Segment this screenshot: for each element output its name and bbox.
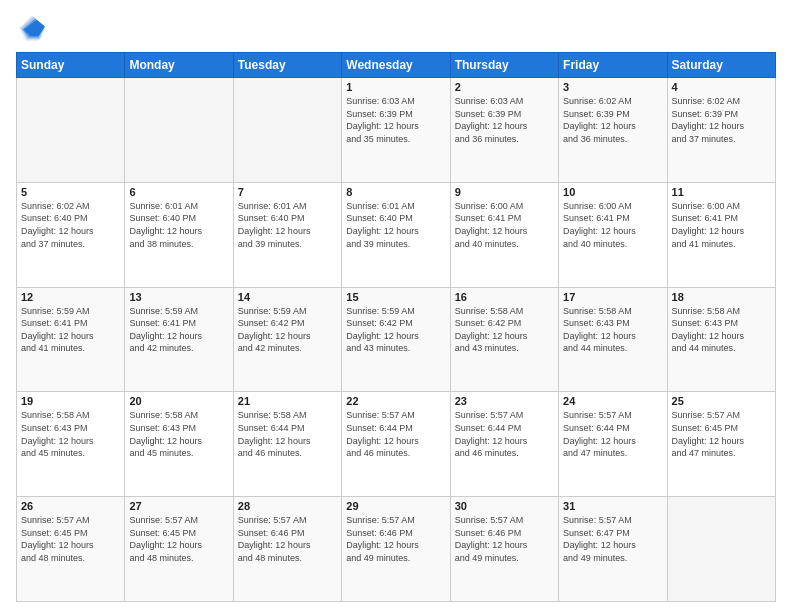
- calendar-cell: 10Sunrise: 6:00 AM Sunset: 6:41 PM Dayli…: [559, 182, 667, 287]
- day-info: Sunrise: 5:58 AM Sunset: 6:42 PM Dayligh…: [455, 305, 554, 355]
- day-number: 26: [21, 500, 120, 512]
- calendar-week-row: 5Sunrise: 6:02 AM Sunset: 6:40 PM Daylig…: [17, 182, 776, 287]
- calendar-cell: 29Sunrise: 5:57 AM Sunset: 6:46 PM Dayli…: [342, 497, 450, 602]
- day-number: 28: [238, 500, 337, 512]
- day-info: Sunrise: 5:58 AM Sunset: 6:44 PM Dayligh…: [238, 409, 337, 459]
- calendar-cell: [125, 78, 233, 183]
- day-info: Sunrise: 5:57 AM Sunset: 6:44 PM Dayligh…: [455, 409, 554, 459]
- day-info: Sunrise: 5:57 AM Sunset: 6:45 PM Dayligh…: [21, 514, 120, 564]
- day-info: Sunrise: 5:59 AM Sunset: 6:41 PM Dayligh…: [21, 305, 120, 355]
- calendar-cell: [233, 78, 341, 183]
- calendar-header-friday: Friday: [559, 53, 667, 78]
- day-info: Sunrise: 5:57 AM Sunset: 6:44 PM Dayligh…: [563, 409, 662, 459]
- day-number: 17: [563, 291, 662, 303]
- day-info: Sunrise: 5:58 AM Sunset: 6:43 PM Dayligh…: [563, 305, 662, 355]
- header: [16, 12, 776, 44]
- calendar-cell: 28Sunrise: 5:57 AM Sunset: 6:46 PM Dayli…: [233, 497, 341, 602]
- day-info: Sunrise: 5:57 AM Sunset: 6:46 PM Dayligh…: [455, 514, 554, 564]
- calendar-header-sunday: Sunday: [17, 53, 125, 78]
- calendar-cell: 6Sunrise: 6:01 AM Sunset: 6:40 PM Daylig…: [125, 182, 233, 287]
- day-info: Sunrise: 5:59 AM Sunset: 6:42 PM Dayligh…: [238, 305, 337, 355]
- day-number: 14: [238, 291, 337, 303]
- calendar-cell: 7Sunrise: 6:01 AM Sunset: 6:40 PM Daylig…: [233, 182, 341, 287]
- calendar-cell: [17, 78, 125, 183]
- day-number: 23: [455, 395, 554, 407]
- day-number: 10: [563, 186, 662, 198]
- logo: [16, 12, 52, 44]
- calendar-cell: 15Sunrise: 5:59 AM Sunset: 6:42 PM Dayli…: [342, 287, 450, 392]
- day-number: 11: [672, 186, 771, 198]
- calendar-cell: 19Sunrise: 5:58 AM Sunset: 6:43 PM Dayli…: [17, 392, 125, 497]
- day-number: 16: [455, 291, 554, 303]
- day-number: 12: [21, 291, 120, 303]
- day-number: 4: [672, 81, 771, 93]
- day-number: 29: [346, 500, 445, 512]
- calendar-header-wednesday: Wednesday: [342, 53, 450, 78]
- calendar-cell: 16Sunrise: 5:58 AM Sunset: 6:42 PM Dayli…: [450, 287, 558, 392]
- calendar-header-row: SundayMondayTuesdayWednesdayThursdayFrid…: [17, 53, 776, 78]
- day-number: 25: [672, 395, 771, 407]
- day-number: 20: [129, 395, 228, 407]
- calendar-header-tuesday: Tuesday: [233, 53, 341, 78]
- calendar-cell: 24Sunrise: 5:57 AM Sunset: 6:44 PM Dayli…: [559, 392, 667, 497]
- day-info: Sunrise: 5:58 AM Sunset: 6:43 PM Dayligh…: [21, 409, 120, 459]
- day-number: 24: [563, 395, 662, 407]
- calendar-header-monday: Monday: [125, 53, 233, 78]
- day-info: Sunrise: 5:59 AM Sunset: 6:42 PM Dayligh…: [346, 305, 445, 355]
- calendar-cell: 12Sunrise: 5:59 AM Sunset: 6:41 PM Dayli…: [17, 287, 125, 392]
- calendar-cell: 4Sunrise: 6:02 AM Sunset: 6:39 PM Daylig…: [667, 78, 775, 183]
- day-number: 6: [129, 186, 228, 198]
- day-info: Sunrise: 5:59 AM Sunset: 6:41 PM Dayligh…: [129, 305, 228, 355]
- calendar-cell: 5Sunrise: 6:02 AM Sunset: 6:40 PM Daylig…: [17, 182, 125, 287]
- day-info: Sunrise: 5:57 AM Sunset: 6:45 PM Dayligh…: [672, 409, 771, 459]
- day-info: Sunrise: 5:58 AM Sunset: 6:43 PM Dayligh…: [129, 409, 228, 459]
- day-number: 13: [129, 291, 228, 303]
- calendar-cell: 17Sunrise: 5:58 AM Sunset: 6:43 PM Dayli…: [559, 287, 667, 392]
- calendar-week-row: 26Sunrise: 5:57 AM Sunset: 6:45 PM Dayli…: [17, 497, 776, 602]
- day-number: 15: [346, 291, 445, 303]
- day-info: Sunrise: 5:57 AM Sunset: 6:45 PM Dayligh…: [129, 514, 228, 564]
- calendar-cell: 2Sunrise: 6:03 AM Sunset: 6:39 PM Daylig…: [450, 78, 558, 183]
- calendar-week-row: 19Sunrise: 5:58 AM Sunset: 6:43 PM Dayli…: [17, 392, 776, 497]
- calendar-cell: 25Sunrise: 5:57 AM Sunset: 6:45 PM Dayli…: [667, 392, 775, 497]
- calendar-cell: 31Sunrise: 5:57 AM Sunset: 6:47 PM Dayli…: [559, 497, 667, 602]
- calendar-cell: 13Sunrise: 5:59 AM Sunset: 6:41 PM Dayli…: [125, 287, 233, 392]
- calendar-cell: 1Sunrise: 6:03 AM Sunset: 6:39 PM Daylig…: [342, 78, 450, 183]
- day-number: 1: [346, 81, 445, 93]
- day-info: Sunrise: 6:03 AM Sunset: 6:39 PM Dayligh…: [346, 95, 445, 145]
- calendar-cell: 23Sunrise: 5:57 AM Sunset: 6:44 PM Dayli…: [450, 392, 558, 497]
- day-number: 31: [563, 500, 662, 512]
- day-number: 21: [238, 395, 337, 407]
- page: SundayMondayTuesdayWednesdayThursdayFrid…: [0, 0, 792, 612]
- day-info: Sunrise: 6:02 AM Sunset: 6:40 PM Dayligh…: [21, 200, 120, 250]
- calendar-cell: 3Sunrise: 6:02 AM Sunset: 6:39 PM Daylig…: [559, 78, 667, 183]
- day-number: 27: [129, 500, 228, 512]
- calendar-cell: 20Sunrise: 5:58 AM Sunset: 6:43 PM Dayli…: [125, 392, 233, 497]
- calendar-cell: 27Sunrise: 5:57 AM Sunset: 6:45 PM Dayli…: [125, 497, 233, 602]
- day-number: 3: [563, 81, 662, 93]
- day-number: 19: [21, 395, 120, 407]
- day-number: 9: [455, 186, 554, 198]
- day-info: Sunrise: 6:00 AM Sunset: 6:41 PM Dayligh…: [563, 200, 662, 250]
- day-number: 30: [455, 500, 554, 512]
- day-info: Sunrise: 6:00 AM Sunset: 6:41 PM Dayligh…: [455, 200, 554, 250]
- calendar-cell: 30Sunrise: 5:57 AM Sunset: 6:46 PM Dayli…: [450, 497, 558, 602]
- day-info: Sunrise: 5:57 AM Sunset: 6:46 PM Dayligh…: [238, 514, 337, 564]
- calendar-cell: 22Sunrise: 5:57 AM Sunset: 6:44 PM Dayli…: [342, 392, 450, 497]
- calendar-week-row: 1Sunrise: 6:03 AM Sunset: 6:39 PM Daylig…: [17, 78, 776, 183]
- calendar-cell: 11Sunrise: 6:00 AM Sunset: 6:41 PM Dayli…: [667, 182, 775, 287]
- calendar-cell: 18Sunrise: 5:58 AM Sunset: 6:43 PM Dayli…: [667, 287, 775, 392]
- calendar-cell: [667, 497, 775, 602]
- day-info: Sunrise: 6:01 AM Sunset: 6:40 PM Dayligh…: [238, 200, 337, 250]
- day-info: Sunrise: 6:02 AM Sunset: 6:39 PM Dayligh…: [563, 95, 662, 145]
- day-info: Sunrise: 5:57 AM Sunset: 6:47 PM Dayligh…: [563, 514, 662, 564]
- calendar-header-saturday: Saturday: [667, 53, 775, 78]
- day-info: Sunrise: 6:01 AM Sunset: 6:40 PM Dayligh…: [346, 200, 445, 250]
- calendar-table: SundayMondayTuesdayWednesdayThursdayFrid…: [16, 52, 776, 602]
- logo-icon: [16, 12, 48, 44]
- day-info: Sunrise: 5:58 AM Sunset: 6:43 PM Dayligh…: [672, 305, 771, 355]
- day-info: Sunrise: 5:57 AM Sunset: 6:46 PM Dayligh…: [346, 514, 445, 564]
- calendar-cell: 21Sunrise: 5:58 AM Sunset: 6:44 PM Dayli…: [233, 392, 341, 497]
- calendar-header-thursday: Thursday: [450, 53, 558, 78]
- calendar-cell: 9Sunrise: 6:00 AM Sunset: 6:41 PM Daylig…: [450, 182, 558, 287]
